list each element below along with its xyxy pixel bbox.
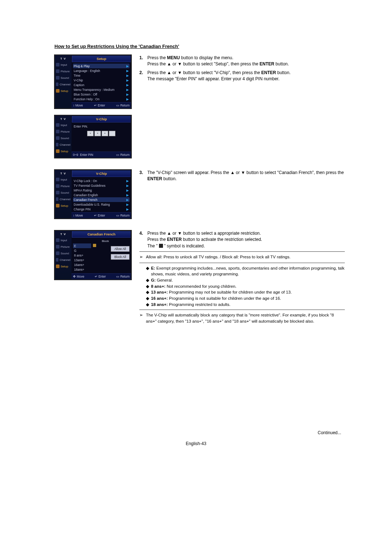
tv-sidebar-item: Channel — [55, 196, 72, 202]
tv-sidebar-item: Input — [55, 176, 72, 183]
rating-row[interactable]: G — [73, 248, 109, 253]
rating-row[interactable]: 16ans+ — [73, 262, 109, 267]
lock-icon — [159, 244, 163, 248]
pin-boxes: *** — [87, 131, 115, 136]
ratings-definitions: ◆E: Exempt programming includes...news, … — [146, 265, 345, 308]
tv-footer: ↕ Move ↵ Enter ▭ Return — [72, 212, 131, 218]
note-allow-block: ➢ Allow all: Press to unlock all TV rati… — [139, 254, 345, 260]
tv-sidebar-item: Channel — [55, 81, 72, 88]
menu-item[interactable]: Downloadable U.S. Rating ▶ — [73, 202, 130, 207]
tv-sidebar-item: Picture — [55, 183, 72, 189]
tv-sidebar-item: Setup — [55, 263, 72, 270]
tv-sidebar-item: Channel — [55, 257, 72, 263]
allow-all-button[interactable]: Allow All — [111, 246, 130, 252]
tv-title: Canadian French — [72, 231, 131, 238]
step-4: 4. Press the ▲ or ▼ button to select a a… — [139, 230, 345, 249]
menu-item[interactable]: Change PIN ▶ — [73, 207, 130, 211]
tv-vchip-menu: T VInputPictureSoundChannelSetup V-Chip … — [54, 170, 131, 219]
tv-footer: ↕ Move ↵ Enter ▭ Return — [72, 102, 131, 108]
menu-item[interactable]: Menu Transparency : Medium▶ — [73, 87, 130, 92]
tv-sidebar-item: Channel — [55, 141, 72, 148]
tv-sidebar-item: Picture — [55, 68, 72, 74]
tv-footer: 0~9 Enter PIN ▭ Return — [72, 152, 131, 158]
tv-canadian-french: T VInputPictureSoundChannelSetup Canadia… — [54, 230, 131, 280]
menu-item[interactable]: Canadian English ▶ — [73, 193, 130, 197]
pin-prompt: Enter PIN. — [73, 124, 130, 129]
section-title: How to Set up Restrictions Using the 'Ca… — [54, 44, 345, 49]
tv-sidebar-item: Input — [55, 122, 72, 128]
tv-sidebar: T VInputPictureSoundChannelSetup — [55, 55, 72, 108]
rating-row[interactable]: 8 ans+ — [73, 253, 109, 258]
tv-sidebar-item: Setup — [55, 148, 72, 154]
tv-sidebar-item: Sound — [55, 189, 72, 196]
rating-row[interactable]: 18ans+ — [73, 267, 109, 272]
tv-sidebar-item: Picture — [55, 128, 72, 135]
tv-sidebar-item: Input — [55, 61, 72, 68]
menu-item[interactable]: TV Parental Guidelines ▶ — [73, 183, 130, 188]
tv-sidebar-item: Sound — [55, 250, 72, 257]
menu-item[interactable]: Time ▶ — [73, 73, 130, 78]
block-all-button[interactable]: Block All — [111, 254, 130, 260]
lock-icon — [93, 244, 96, 247]
note-auto-block: ➢ The V-Chip will automatically block an… — [139, 312, 345, 324]
rating-row[interactable]: 13ans+ — [73, 258, 109, 262]
step-1: 1. Press the MENU button to display the … — [139, 55, 345, 68]
menu-item[interactable]: MPAA Rating ▶ — [73, 188, 130, 193]
step-3: 3. The "V-Chip" screen will appear. Pres… — [139, 170, 345, 182]
rating-row[interactable]: E — [73, 243, 109, 248]
tv-sidebar-item: Sound — [55, 135, 72, 141]
block-column-header: Block — [73, 239, 109, 243]
tv-sidebar-item: Picture — [55, 243, 72, 250]
tv-sidebar-item: Setup — [55, 88, 72, 94]
tv-sidebar-item: Input — [55, 237, 72, 243]
tv-title: V-Chip — [72, 116, 131, 122]
page-number: English-43 — [186, 441, 207, 446]
step-2: 2. Press the ▲ or ▼ button to select "V-… — [139, 70, 345, 82]
tv-title: Setup — [72, 56, 131, 62]
menu-item[interactable]: Plug & Play ▶ — [73, 64, 130, 68]
menu-item[interactable]: Canadian French ▶ — [73, 197, 130, 202]
tv-sidebar-item: Sound — [55, 74, 72, 81]
menu-item[interactable]: Caption ▶ — [73, 82, 130, 87]
menu-item[interactable]: Language : English▶ — [73, 68, 130, 73]
tv-footer: ✥ Move ↵ Enter ▭ Return — [72, 273, 131, 279]
menu-item[interactable]: Blue Screen : Off▶ — [73, 92, 130, 97]
tv-pin-screen: T VInputPictureSoundChannelSetup V-Chip … — [54, 115, 131, 158]
tv-sidebar-item: Setup — [55, 202, 72, 209]
menu-item[interactable]: Function Help : On▶ — [73, 97, 130, 101]
menu-item[interactable]: V-Chip ▶ — [73, 78, 130, 82]
tv-title: V-Chip — [72, 170, 131, 177]
tv-setup-screen: T VInputPictureSoundChannelSetup Setup P… — [54, 55, 131, 109]
continued-text: Continued... — [318, 430, 341, 435]
menu-item[interactable]: V-Chip Lock : On▶ — [73, 178, 130, 183]
